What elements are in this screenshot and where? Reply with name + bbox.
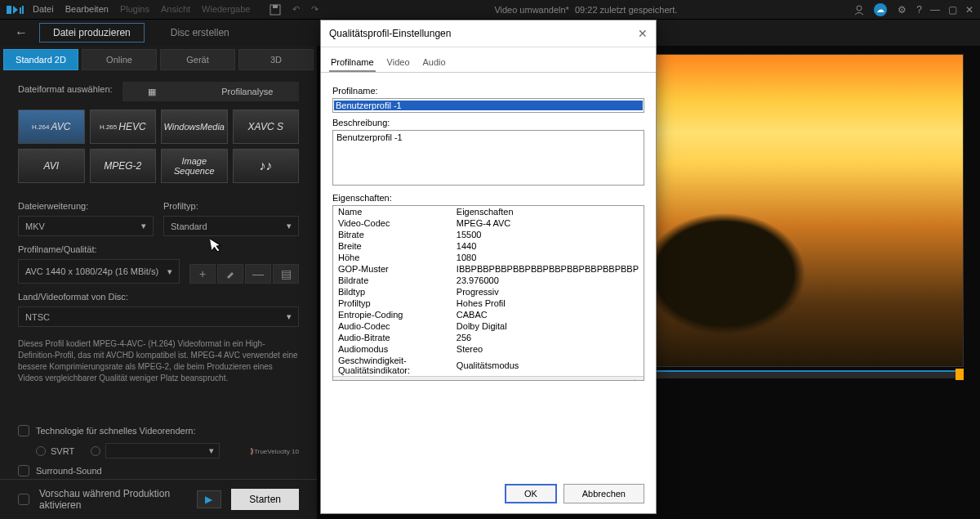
description-input[interactable] [332,130,644,186]
codec-h265-hevc[interactable]: H.265HEVC [90,110,157,144]
tab-device[interactable]: Gerät [160,49,235,70]
chevron-down-icon: ▾ [141,221,146,231]
gear-icon[interactable]: ⚙ [895,3,908,16]
property-row: BildtypProgressiv [333,286,644,298]
fastrender-label: Technologie für schnelles Videorendern: [36,426,195,436]
undo-icon[interactable]: ↶ [292,4,300,16]
profilename-input[interactable]: Benutzerprofil -1 [334,101,643,110]
minimize-icon[interactable]: — [930,4,940,16]
close-icon[interactable]: ✕ [965,4,973,16]
codec-windowsmedia[interactable]: WindowsMedia [161,110,228,144]
redo-icon[interactable]: ↷ [311,4,318,16]
dialog-tab-video[interactable]: Video [385,54,412,72]
chevron-down-icon: ▾ [287,311,292,322]
property-row: Video-CodecMPEG-4 AVC [333,217,644,229]
profiletype-label: Profiltyp: [163,201,299,211]
svrt-radio[interactable] [36,446,46,456]
codec-avi[interactable]: AVI [18,149,85,183]
fastrender-checkbox[interactable] [18,425,29,436]
analysis-icon: ▦ [148,87,156,97]
menu-playback[interactable]: Wiedergabe [202,4,250,16]
svg-point-6 [857,6,862,11]
svg-rect-3 [22,6,24,14]
codec-image-sequence[interactable]: Image Sequence [161,149,228,183]
preview-during-checkbox[interactable] [18,494,29,505]
menu-view[interactable]: Ansicht [161,4,190,16]
codec-mpeg2[interactable]: MPEG-2 [90,149,157,183]
profile-description: Dieses Profil kodiert MPEG-4-AVC- (H.264… [18,333,299,389]
ok-button[interactable]: OK [505,484,557,503]
menu-file[interactable]: Datei [33,4,54,16]
cursor-icon [209,236,225,254]
cloud-icon[interactable]: ☁ [874,3,887,16]
start-button[interactable]: Starten [231,489,299,510]
create-disc-link[interactable]: Disc erstellen [171,27,229,38]
details-profile-button[interactable]: ▤ [273,264,299,284]
property-row: NameEigenschaften [333,206,644,217]
chevron-down-icon: ▾ [287,221,292,231]
edit-profile-button[interactable] [217,264,243,284]
surround-label: Surround-Sound [36,466,102,476]
codec-h264-avc[interactable]: H.264AVC [18,110,85,144]
property-row: Entropie-CodingCABAC [333,309,644,320]
profilename-label: Profilname: [332,86,644,96]
profiletype-select[interactable]: Standard▾ [163,216,299,236]
menu-plugins[interactable]: Plugins [120,4,149,16]
svg-marker-1 [13,6,18,14]
property-row: Bitrate15500 [333,229,644,240]
help-icon[interactable]: ? [916,4,922,16]
chevron-down-icon: ▾ [167,266,172,277]
property-row: Höhe1080 [333,252,644,263]
surround-checkbox[interactable] [18,465,29,476]
remove-profile-button[interactable]: — [245,264,271,284]
properties-box[interactable]: NameEigenschaftenVideo-CodecMPEG-4 AVCBi… [332,205,644,381]
svrt-label: SVRT [51,446,74,456]
app-logo-icon [7,4,24,16]
h-scrollbar[interactable]: 〈〉 [333,376,644,381]
tab-online[interactable]: Online [82,49,157,70]
cancel-button[interactable]: Abbrechen [564,484,644,503]
tab-standard-2d[interactable]: Standard 2D [3,49,78,70]
property-row: Geschwindigkeit-Qualitätsindikator:Quali… [333,355,644,376]
preview-during-label: Vorschau während Produktion aktivieren [39,488,187,511]
play-preview-icon[interactable]: ▶ [197,490,222,508]
svg-rect-2 [20,7,21,14]
menu-edit[interactable]: Bearbeiten [65,4,109,16]
dialog-close-icon[interactable]: ✕ [638,27,648,40]
save-timestamp: 09:22 zuletzt gespeichert. [575,5,677,15]
svg-rect-0 [7,6,11,14]
save-icon[interactable] [270,4,281,16]
profilequality-label: Profilname/Qualität: [18,244,299,254]
extension-select[interactable]: MKV▾ [18,216,154,236]
add-profile-button[interactable]: + [189,264,216,284]
property-row: AudiomodusStereo [333,343,644,355]
property-row: Audio-CodecDolby Digital [333,320,644,332]
profile-analysis-button[interactable]: ▦ Profilanalyse [122,82,299,101]
user-icon[interactable] [853,3,866,16]
produce-button[interactable]: Datei produzieren [39,23,145,43]
format-label: Dateiformat auswählen: [18,84,113,94]
document-title: Video umwandeln* [494,5,569,15]
codec-xavcs[interactable]: XAVC S [233,110,300,144]
back-arrow-icon[interactable]: ← [15,25,28,40]
region-select[interactable]: NTSC▾ [18,306,299,327]
property-row: GOP-MusterIBBPBBPBBPBBPBBPBBPBBPBBPBBPBB… [333,263,644,275]
codec-audio-only[interactable]: ♪♪ [233,149,300,183]
profilequality-select[interactable]: AVC 1440 x 1080/24p (16 MBit/s)▾ [18,259,180,284]
property-row: Bildrate23.976000 [333,275,644,286]
maximize-icon[interactable]: ▢ [948,4,957,16]
properties-label: Eigenschaften: [332,193,644,203]
tab-3d[interactable]: 3D [238,49,314,70]
dialog-tab-audio[interactable]: Audio [421,54,448,72]
svg-marker-7 [209,236,221,253]
dialog-tab-profilename[interactable]: Profilname [329,54,376,72]
dialog-title: Qualitätsprofil-Einstellungen [329,28,451,39]
timeline-handle[interactable] [956,369,964,380]
extension-label: Dateierweiterung: [18,201,154,211]
hw-radio[interactable] [91,446,100,456]
quality-profile-dialog: Qualitätsprofil-Einstellungen ✕ Profilna… [320,20,657,514]
property-row: Audio-Bitrate256 [333,332,644,343]
hw-select[interactable]: ▾ [105,443,220,459]
velocity-logo-icon: ⟫TrueVelocity 10 [250,447,299,455]
property-row: Breite1440 [333,240,644,252]
